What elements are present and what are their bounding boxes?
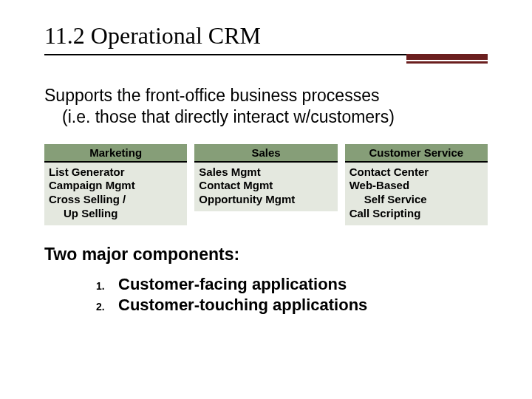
column-sales: Sales Sales Mgmt Contact Mgmt Opportunit… <box>194 144 337 211</box>
list-item: Contact Center <box>349 166 483 180</box>
list-item: Opportunity Mgmt <box>199 193 332 207</box>
list-item: Campaign Mgmt <box>49 179 183 193</box>
title-section-number: 11.2 <box>44 22 85 49</box>
column-header: Sales <box>194 144 337 163</box>
title-text: Operational CRM <box>91 22 261 49</box>
three-column-table: Marketing List Generator Campaign Mgmt C… <box>44 144 488 225</box>
list-item: Web-Based <box>349 179 483 193</box>
list-text: Customer-touching applications <box>118 296 367 315</box>
column-marketing: Marketing List Generator Campaign Mgmt C… <box>44 144 187 225</box>
list-item: List Generator <box>49 166 183 180</box>
list-number: 2. <box>96 301 108 313</box>
list-text: Customer-facing applications <box>118 275 347 294</box>
column-header: Marketing <box>44 144 187 163</box>
list-item: Cross Selling / <box>49 193 183 207</box>
list-item: Call Scripting <box>349 207 483 221</box>
title-rule <box>44 54 488 67</box>
accent-bar-thick <box>406 54 488 60</box>
list-item-indent: Self Service <box>349 193 483 207</box>
column-customer-service: Customer Service Contact Center Web-Base… <box>345 144 488 225</box>
numbered-list: 1. Customer-facing applications 2. Custo… <box>44 275 488 315</box>
slide-title: 11.2 Operational CRM <box>44 22 488 50</box>
list-row: 2. Customer-touching applications <box>96 296 488 315</box>
column-body: Contact Center Web-Based Self Service Ca… <box>345 163 488 225</box>
list-item-indent: Up Selling <box>49 207 183 221</box>
list-row: 1. Customer-facing applications <box>96 275 488 294</box>
subheading: Two major components: <box>44 245 488 265</box>
lead-line-2: (i.e. those that directly interact w/cus… <box>44 106 488 128</box>
lead-paragraph: Supports the front-office business proce… <box>44 85 488 128</box>
list-item: Sales Mgmt <box>199 166 332 180</box>
list-number: 1. <box>96 280 108 292</box>
rule-accent <box>406 54 488 64</box>
column-header: Customer Service <box>345 144 488 163</box>
column-body: Sales Mgmt Contact Mgmt Opportunity Mgmt <box>194 163 337 211</box>
lead-line-1: Supports the front-office business proce… <box>44 86 379 105</box>
column-body: List Generator Campaign Mgmt Cross Selli… <box>44 163 187 225</box>
list-item: Contact Mgmt <box>199 179 332 193</box>
accent-bar-thin <box>406 61 488 64</box>
